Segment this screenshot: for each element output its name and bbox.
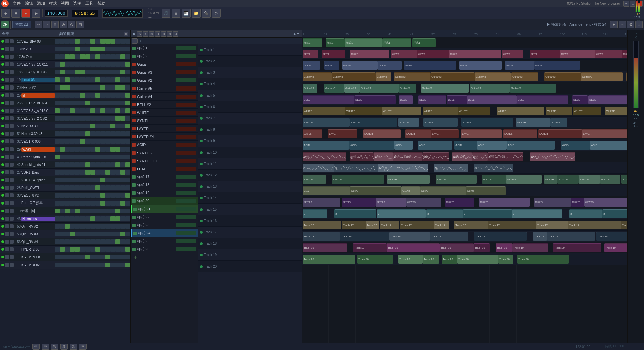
status-btn-1[interactable]: 中 (32, 344, 40, 350)
pattern-list-item[interactable]: Guitar #3 (131, 68, 198, 76)
pad[interactable] (90, 193, 95, 198)
pad[interactable] (120, 247, 125, 252)
channel-led[interactable] (1, 256, 4, 258)
pad[interactable] (65, 108, 70, 113)
channel-row[interactable]: 33VEC3_8 #2 (0, 192, 130, 199)
pad[interactable] (60, 255, 65, 259)
channel-row[interactable]: 53Qin_RV #4 (0, 238, 130, 246)
arrangement-block[interactable]: 样式1 (345, 38, 382, 47)
pad[interactable] (70, 39, 75, 44)
pad[interactable] (55, 39, 60, 44)
channel-mute-btn[interactable] (5, 155, 9, 159)
arrangement-block[interactable]: SYNTH (557, 175, 579, 184)
pad[interactable] (90, 209, 95, 213)
arrangement-block[interactable]: ACID (454, 141, 477, 150)
pad[interactable] (55, 54, 60, 59)
pad[interactable] (100, 101, 105, 105)
pad[interactable] (110, 93, 115, 98)
pad[interactable] (70, 178, 75, 182)
pad[interactable] (60, 262, 65, 267)
pad[interactable] (100, 70, 105, 74)
pad[interactable] (55, 262, 60, 267)
pad[interactable] (100, 185, 105, 190)
pad[interactable] (75, 201, 80, 206)
pad[interactable] (125, 70, 130, 74)
channel-name[interactable]: VUF1_Bars (21, 171, 55, 174)
arrangement-block[interactable]: SYNTH (544, 175, 557, 184)
pad[interactable] (110, 62, 115, 67)
status-btn-2[interactable]: 中 (42, 344, 49, 350)
pad[interactable] (110, 232, 115, 236)
pad[interactable] (125, 247, 130, 252)
minimize-button[interactable]: − (623, 1, 629, 7)
pad[interactable] (90, 77, 95, 82)
pad[interactable] (85, 147, 90, 152)
channel-mute-btn[interactable] (5, 47, 9, 51)
pad[interactable] (95, 93, 100, 98)
pad[interactable] (120, 239, 125, 244)
arrangement-track-row[interactable]: Gu.2Gu.#2Gu.#2Gu.#2Gu.05 (302, 185, 627, 196)
pad[interactable] (75, 116, 80, 121)
arrangement-block[interactable]: Guitar#3 (376, 72, 391, 81)
pad[interactable] (105, 70, 110, 74)
pad[interactable] (110, 131, 115, 136)
channel-mute-btn[interactable] (5, 109, 9, 113)
pattern-list-item[interactable]: LAYER (131, 125, 198, 133)
pad[interactable] (90, 255, 95, 259)
pad[interactable] (105, 209, 110, 213)
erase-tool[interactable]: ⊗ (60, 21, 67, 28)
pad[interactable] (80, 216, 85, 221)
channel-row[interactable]: 173x Osc (0, 53, 130, 61)
channel-name[interactable]: KSHM_9 F# (21, 255, 55, 259)
arrangement-block[interactable]: WHITE (605, 107, 627, 115)
pad[interactable] (65, 255, 70, 259)
arrangement-block[interactable]: WHITE (458, 107, 490, 115)
pad[interactable] (75, 124, 80, 128)
pad[interactable] (120, 185, 125, 190)
arrangement-block[interactable]: SYNTH (423, 118, 458, 127)
pad[interactable] (85, 47, 90, 51)
arrangement-block[interactable]: ACID (590, 141, 627, 150)
pad[interactable] (120, 262, 125, 267)
pad[interactable] (70, 185, 75, 190)
arrangement-block[interactable]: Track 18 (389, 232, 430, 241)
pad[interactable] (105, 62, 110, 67)
arrangement-block[interactable]: Track 18 (340, 232, 389, 241)
arrangement-block[interactable]: 样式2 (595, 50, 622, 58)
pad[interactable] (115, 185, 120, 190)
pad[interactable] (110, 139, 115, 144)
arrangement-block[interactable]: SYNTH (579, 175, 600, 184)
pad[interactable] (75, 162, 80, 167)
pad[interactable] (75, 47, 80, 51)
arrangement-block[interactable]: 3 (303, 209, 327, 218)
pad[interactable] (65, 124, 70, 128)
channel-pads[interactable] (55, 232, 130, 236)
arrangement-block[interactable]: BELL (303, 95, 354, 104)
pattern-list-item[interactable]: 样式 18 (131, 181, 198, 189)
channel-solo-btn[interactable] (10, 186, 14, 190)
pad[interactable] (115, 77, 120, 82)
pad[interactable] (90, 93, 95, 98)
pad[interactable] (115, 93, 120, 98)
arrangement-block[interactable]: 样式1 (382, 38, 411, 47)
arrangement-block[interactable]: 样式1 (303, 38, 322, 47)
pad[interactable] (60, 85, 65, 90)
channel-pads[interactable] (55, 101, 130, 105)
pad[interactable] (100, 85, 105, 90)
channel-pads[interactable] (55, 201, 130, 206)
channel-row[interactable]: 31VEC3 Sy_s 012 C (0, 107, 130, 115)
channel-pads[interactable] (55, 108, 130, 113)
channel-row[interactable]: 9命运 - [s] (0, 207, 130, 215)
channel-name[interactable]: 命运 - [s] (21, 209, 55, 213)
pad[interactable] (80, 247, 85, 252)
pad[interactable] (75, 62, 80, 67)
arrangement-track-row[interactable]: WHITEWHITEWHITEWHITEWHITEWHITEWHITEWHITE… (302, 105, 627, 117)
pad[interactable] (75, 108, 80, 113)
pad[interactable] (95, 216, 100, 221)
pl-btn5[interactable]: ⊕ (161, 31, 166, 37)
pad[interactable] (120, 224, 125, 229)
arrangement-block[interactable]: 3 (569, 209, 602, 218)
arrangement-block[interactable]: 样式2 (622, 50, 627, 58)
channel-name[interactable]: VEC1 So_id 02 A (21, 101, 55, 105)
arrangement-block[interactable]: 3 (377, 209, 426, 218)
